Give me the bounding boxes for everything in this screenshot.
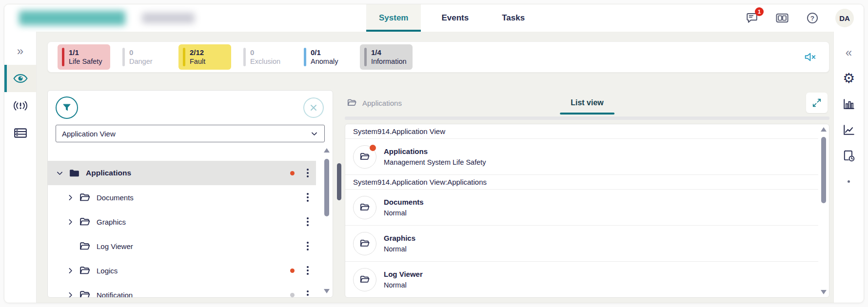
- svg-text:?: ?: [810, 15, 814, 22]
- status-badges: 1/1 Life Safety 0 Danger 2/12 Fault 0 Ex…: [58, 44, 413, 70]
- tree-item-label: Notification: [97, 291, 290, 298]
- kebab-menu-icon[interactable]: [303, 193, 312, 202]
- folder-open-icon: [79, 289, 91, 298]
- top-bar: System Events Tasks 1 ? DA: [4, 4, 864, 32]
- collapse-left-icon: «: [846, 47, 852, 58]
- split-view-icon[interactable]: [775, 11, 789, 25]
- rail-item-reports[interactable]: [834, 143, 864, 169]
- list-view-panel: System914.Application View Applications …: [345, 124, 829, 298]
- chat-icon[interactable]: 1: [745, 11, 759, 25]
- object-list: System914.Application View Applications …: [345, 124, 829, 297]
- rail-item-settings[interactable]: ⚙: [834, 65, 864, 91]
- kebab-menu-icon[interactable]: [303, 290, 312, 297]
- user-avatar[interactable]: DA: [835, 9, 854, 27]
- tree-scrollbar: [323, 148, 330, 293]
- close-icon: [309, 103, 318, 112]
- mute-icon: [804, 52, 817, 62]
- help-icon[interactable]: ?: [805, 11, 820, 25]
- status-badge[interactable]: 1/1 Life Safety: [58, 44, 110, 70]
- status-badge[interactable]: 0/1 Anomaly: [299, 44, 352, 70]
- mute-button[interactable]: [802, 49, 819, 65]
- pane-scrollbar-thumb[interactable]: [337, 163, 341, 200]
- tab-events[interactable]: Events: [429, 4, 481, 32]
- item-avatar: [353, 196, 376, 219]
- chevron-down-icon[interactable]: [56, 169, 64, 177]
- alarm-summary-bar: 1/1 Life Safety 0 Danger 2/12 Fault 0 Ex…: [47, 41, 829, 73]
- tree-item[interactable]: Graphics: [48, 210, 316, 234]
- kebab-menu-icon[interactable]: [303, 242, 312, 250]
- chevron-right-icon[interactable]: [66, 267, 75, 275]
- tab-tasks[interactable]: Tasks: [489, 4, 537, 32]
- status-badge[interactable]: 2/12 Fault: [178, 44, 231, 70]
- folder-open-icon: [347, 97, 357, 108]
- rail-item-alarms[interactable]: [4, 92, 36, 119]
- status-badge-label: Anomaly: [311, 58, 338, 65]
- list-item-title: Applications: [384, 146, 486, 157]
- rail-item-bar-chart[interactable]: [834, 91, 864, 117]
- alarm-signal-icon: [13, 100, 28, 112]
- rail-item-system-browser[interactable]: [4, 65, 36, 92]
- tab-system[interactable]: System: [366, 4, 421, 32]
- breadcrumb[interactable]: Applications: [347, 97, 402, 108]
- status-badge-bar: [62, 48, 64, 66]
- filter-button[interactable]: [56, 96, 78, 119]
- status-badge-value: 0: [129, 48, 133, 57]
- view-selector-dropdown[interactable]: Application View: [56, 125, 325, 142]
- list-item[interactable]: Documents Normal: [345, 190, 818, 226]
- status-badge-label: Life Safety: [69, 58, 102, 65]
- primary-tabs: System Events Tasks: [366, 4, 537, 32]
- tree-item-label: Graphics: [97, 218, 290, 226]
- list-item-status: Normal: [384, 208, 424, 218]
- scroll-up-arrow[interactable]: [324, 148, 330, 153]
- status-badge-bar: [183, 48, 185, 66]
- chevron-down-icon: [310, 130, 318, 138]
- scroll-down-arrow[interactable]: [324, 289, 330, 293]
- rail-item-trends[interactable]: [834, 117, 864, 143]
- list-item[interactable]: Log Viewer Normal: [345, 262, 818, 297]
- expand-diagonal-icon: [811, 97, 822, 108]
- notification-badge: 1: [755, 7, 764, 16]
- chevron-right-icon[interactable]: [66, 193, 75, 202]
- folder-open-icon: [359, 238, 371, 249]
- folder-open-icon: [359, 274, 371, 285]
- rail-handle[interactable]: [834, 169, 864, 194]
- view-selector-value: Application View: [62, 130, 116, 138]
- scrollbar-thumb[interactable]: [821, 137, 826, 203]
- brand-subtitle-redacted: [142, 13, 195, 23]
- list-item-title: Graphics: [384, 233, 415, 244]
- clear-filter-button[interactable]: [303, 97, 324, 118]
- status-badge-value: 2/12: [190, 48, 204, 57]
- header-divider: [345, 116, 829, 120]
- status-badge[interactable]: 1/4 Information: [360, 44, 413, 70]
- brand-logo-redacted: [19, 11, 125, 25]
- content-header: Applications List view: [345, 90, 829, 115]
- list-item[interactable]: Graphics Normal: [345, 226, 818, 262]
- tree-item-label: Documents: [97, 193, 290, 202]
- settings-icon: ⚙: [843, 72, 855, 85]
- rail-item-devices[interactable]: [4, 119, 36, 147]
- collapse-panel-button[interactable]: «: [834, 39, 864, 65]
- chevron-right-icon[interactable]: [66, 218, 75, 226]
- list-item-status: Management System Life Safety: [384, 157, 486, 168]
- expand-pane-button[interactable]: [806, 93, 828, 113]
- eye-icon: [13, 74, 28, 83]
- chevron-right-icon[interactable]: [66, 291, 75, 298]
- tree-item[interactable]: Log Viewer: [48, 234, 316, 258]
- status-badge-label: Danger: [129, 58, 153, 65]
- scroll-down-arrow[interactable]: [821, 290, 827, 294]
- tree-item[interactable]: Logics: [48, 258, 316, 283]
- scroll-up-arrow[interactable]: [821, 127, 827, 132]
- kebab-menu-icon[interactable]: [303, 217, 312, 226]
- tab-list-view[interactable]: List view: [571, 90, 604, 115]
- status-badge[interactable]: 0 Exclusion: [239, 44, 292, 70]
- server-icon: [14, 127, 27, 139]
- list-item[interactable]: Applications Management System Life Safe…: [345, 139, 818, 175]
- status-badge[interactable]: 0 Danger: [118, 44, 171, 70]
- tree-item[interactable]: Applications: [48, 161, 316, 185]
- expand-panel-button[interactable]: »: [4, 38, 36, 65]
- tree-item[interactable]: Notification: [48, 283, 316, 297]
- kebab-menu-icon[interactable]: [303, 266, 312, 275]
- scrollbar-thumb[interactable]: [324, 159, 329, 216]
- tree-item[interactable]: Documents: [48, 185, 316, 210]
- kebab-menu-icon[interactable]: [303, 169, 312, 177]
